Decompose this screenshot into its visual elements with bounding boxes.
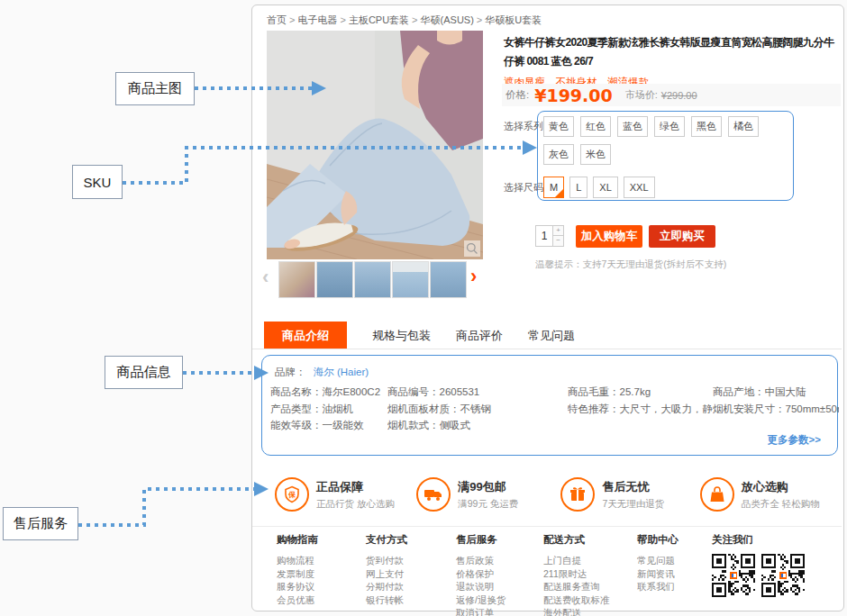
footer-link[interactable]: 售后政策 [456,554,543,567]
footer-heading: 配送方式 [543,533,637,547]
footer-link[interactable]: 会员优惠 [277,593,366,607]
breadcrumb-separator: > [412,14,417,25]
footer-link[interactable]: 211限时达 [543,567,637,581]
thumbnail-1[interactable] [278,261,315,298]
footer-heading: 售后服务 [456,533,543,547]
color-option[interactable]: 红色 [580,116,611,137]
service-title: 放心选购 [742,479,820,495]
thumbnail-5[interactable] [430,261,467,298]
size-option[interactable]: XXL [624,177,655,198]
thumbnail-3[interactable] [354,261,391,298]
footer-link[interactable]: 退款说明 [456,580,543,593]
quantity-increase-button[interactable]: + [553,225,564,236]
size-options: MLXLXXL [543,177,660,198]
more-params-link[interactable]: 更多参数>> [768,433,821,447]
breadcrumb: 首页>电子电器>主板CPU套装>华硕(ASUS)>华硕板U套装 [267,14,542,27]
quantity-stepper: 1 + − [535,225,564,247]
footer-link[interactable]: 返修/退换货 [456,593,543,607]
svg-text:保: 保 [287,491,296,499]
truck-icon [416,477,451,512]
tab-2[interactable]: 规格与包装 [372,322,431,349]
color-option[interactable]: 黑色 [691,116,722,137]
footer-divider [252,526,842,527]
product-photo-illustration [267,31,483,259]
footer-heading: 支付方式 [366,533,456,547]
service-text: 售后无忧7天无理由退货 [602,479,664,511]
color-option[interactable]: 灰色 [543,144,574,165]
breadcrumb-item[interactable]: 首页 [267,14,287,25]
brand-link[interactable]: 海尔 (Haier) [314,367,369,377]
size-option[interactable]: M [543,177,564,198]
footer: 购物指南购物流程发票制度服务协议会员优惠支付方式货到付款网上支付分期付款银行转帐… [277,533,832,616]
footer-link[interactable]: 海外配送 [543,606,637,616]
footer-link[interactable]: 服务协议 [277,580,366,593]
service-item: 放心选购品类齐全 轻松购物 [700,477,842,512]
footer-link[interactable]: 货到付款 [366,554,456,567]
size-option[interactable]: L [569,177,587,198]
info-cell: 商品编号：2605531 [387,384,568,401]
quantity-decrease-button[interactable]: − [553,236,564,247]
qr-codes [712,554,829,601]
info-cell: 能效等级：一级能效 [270,417,387,434]
prev-arrow-icon[interactable]: ‹ [262,267,269,287]
footer-link[interactable]: 分期付款 [366,580,456,593]
product-info-box: 品牌： 海尔 (Haier) 商品名称：海尔E800C2产品类型：油烟机能效等级… [261,355,838,456]
color-option[interactable]: 橘色 [728,116,759,137]
shield-icon: 保 [275,477,309,512]
thumbnail-4[interactable] [392,261,429,298]
service-item: 满99包邮满99元 免运费 [416,477,560,512]
tab-1[interactable]: 商品介绍 [264,322,347,349]
footer-link[interactable]: 网上支付 [366,567,456,581]
annotation-label-main-image: 商品主图 [115,72,195,105]
footer-heading: 关注我们 [712,533,829,547]
footer-link[interactable]: 价格保护 [456,567,543,581]
brand-line: 品牌： 海尔 (Haier) [275,366,369,379]
quantity-input[interactable]: 1 [535,225,553,247]
tab-3[interactable]: 商品评价 [456,322,503,349]
breadcrumb-item[interactable]: 电子电器 [297,14,337,25]
tab-4[interactable]: 常见问题 [528,322,575,349]
product-main-image[interactable] [267,31,483,259]
footer-link[interactable]: 发票制度 [277,567,366,581]
footer-column: 支付方式货到付款网上支付分期付款银行转帐 [366,533,456,616]
service-title: 满99包邮 [458,479,518,495]
color-option[interactable]: 绿色 [654,116,685,137]
service-item: 保正品保障正品行货 放心选购 [275,477,416,512]
gift-icon [560,477,595,512]
thumbnail-2[interactable] [316,261,353,298]
zoom-icon[interactable] [464,240,480,257]
color-option[interactable]: 米色 [580,144,611,165]
breadcrumb-separator: > [477,14,482,25]
footer-link[interactable]: 取消订单 [456,606,543,616]
color-option[interactable]: 蓝色 [617,116,648,137]
breadcrumb-item[interactable]: 华硕(ASUS) [421,14,474,25]
footer-link[interactable]: 上门自提 [543,554,637,567]
product-page-panel: 首页>电子电器>主板CPU套装>华硕(ASUS)>华硕板U套装 [251,5,844,611]
service-strip: 保正品保障正品行货 放心选购满99包邮满99元 免运费售后无忧7天无理由退货放心… [252,467,842,522]
market-price-label: 市场价: [625,88,658,102]
color-option[interactable]: 黄色 [543,116,574,137]
return-policy-note: 温馨提示：支持7天无理由退货(拆封后不支持) [535,258,726,271]
breadcrumb-item[interactable]: 华硕板U套装 [485,14,542,25]
next-arrow-icon[interactable]: › [470,267,477,286]
info-cell: 产品类型：油烟机 [270,401,387,418]
thumbnail-strip [278,261,469,298]
brand-label: 品牌： [275,367,306,377]
footer-link[interactable]: 联系我们 [637,580,712,593]
breadcrumb-item[interactable]: 主板CPU套装 [349,14,409,25]
footer-link[interactable]: 购物流程 [277,554,366,567]
footer-link[interactable]: 银行转帐 [366,593,456,607]
info-column: 商品名称：海尔E800C2产品类型：油烟机能效等级：一级能效 [270,384,387,434]
buy-now-button[interactable]: 立即购买 [649,225,715,248]
service-title: 售后无忧 [602,479,664,495]
market-price-value: ¥299.00 [661,90,697,101]
add-to-cart-button[interactable]: 加入购物车 [576,225,642,248]
breadcrumb-separator: > [340,14,345,25]
size-option[interactable]: XL [593,177,617,198]
footer-link[interactable]: 常见问题 [637,554,712,567]
footer-link[interactable]: 新闻资讯 [637,567,712,581]
info-cell: 烟机安装尺寸：750mm±50mm（烟... [713,401,839,418]
footer-heading: 帮助中心 [637,533,712,547]
footer-link[interactable]: 配送服务查询 [543,580,637,593]
footer-link[interactable]: 配送费收取标准 [543,593,637,607]
